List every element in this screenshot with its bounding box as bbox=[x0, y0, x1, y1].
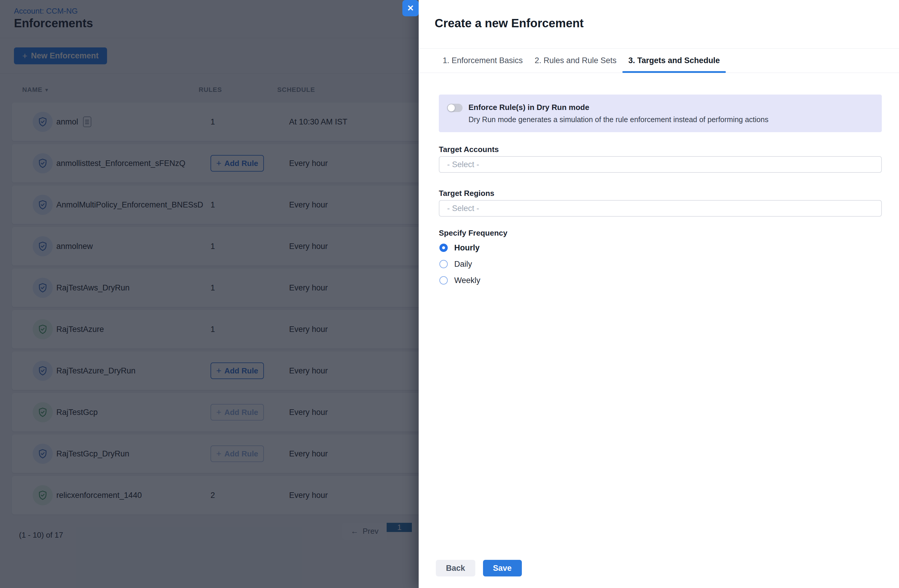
select-placeholder: - Select - bbox=[447, 204, 479, 213]
drawer-footer: Back Save bbox=[436, 560, 522, 576]
target-regions-label: Target Regions bbox=[439, 189, 494, 198]
frequency-option-label: Hourly bbox=[454, 243, 480, 253]
wizard-tab[interactable]: 3. Targets and Schedule bbox=[623, 49, 726, 73]
tab-label: 2. Rules and Rule Sets bbox=[534, 56, 616, 65]
tab-label: 1. Enforcement Basics bbox=[443, 56, 523, 65]
specify-frequency-label: Specify Frequency bbox=[439, 228, 507, 238]
back-button[interactable]: Back bbox=[436, 560, 475, 576]
wizard-tab[interactable]: 1. Enforcement Basics bbox=[437, 49, 529, 73]
drawer-title: Create a new Enforcement bbox=[435, 17, 584, 30]
radio-icon bbox=[439, 244, 448, 252]
target-accounts-select[interactable]: - Select - bbox=[439, 156, 882, 173]
dry-run-toggle[interactable] bbox=[447, 104, 463, 112]
save-button[interactable]: Save bbox=[483, 560, 522, 576]
wizard-tabs: 1. Enforcement Basics 2. Rules and Rule … bbox=[419, 48, 899, 73]
close-button[interactable]: ✕ bbox=[402, 0, 419, 16]
frequency-option[interactable]: Daily bbox=[439, 259, 472, 269]
frequency-option[interactable]: Hourly bbox=[439, 243, 480, 252]
radio-icon bbox=[439, 276, 448, 284]
target-regions-select[interactable]: - Select - bbox=[439, 200, 882, 217]
create-enforcement-drawer: ✕ Create a new Enforcement 1. Enforcemen… bbox=[419, 0, 899, 588]
frequency-option-label: Daily bbox=[454, 259, 472, 269]
close-icon: ✕ bbox=[407, 3, 414, 13]
toggle-knob bbox=[448, 104, 455, 111]
select-placeholder: - Select - bbox=[447, 160, 479, 169]
drawer-content: Enforce Rule(s) in Dry Run mode Dry Run … bbox=[439, 73, 882, 588]
dry-run-banner: Enforce Rule(s) in Dry Run mode Dry Run … bbox=[439, 94, 882, 132]
frequency-option[interactable]: Weekly bbox=[439, 276, 480, 285]
dry-run-title: Enforce Rule(s) in Dry Run mode bbox=[468, 103, 589, 112]
target-accounts-label: Target Accounts bbox=[439, 145, 499, 154]
dry-run-description: Dry Run mode generates a simulation of t… bbox=[468, 115, 769, 124]
radio-icon bbox=[439, 260, 448, 268]
wizard-tab[interactable]: 2. Rules and Rule Sets bbox=[529, 49, 623, 73]
frequency-option-label: Weekly bbox=[454, 276, 480, 285]
tab-label: 3. Targets and Schedule bbox=[628, 56, 720, 65]
